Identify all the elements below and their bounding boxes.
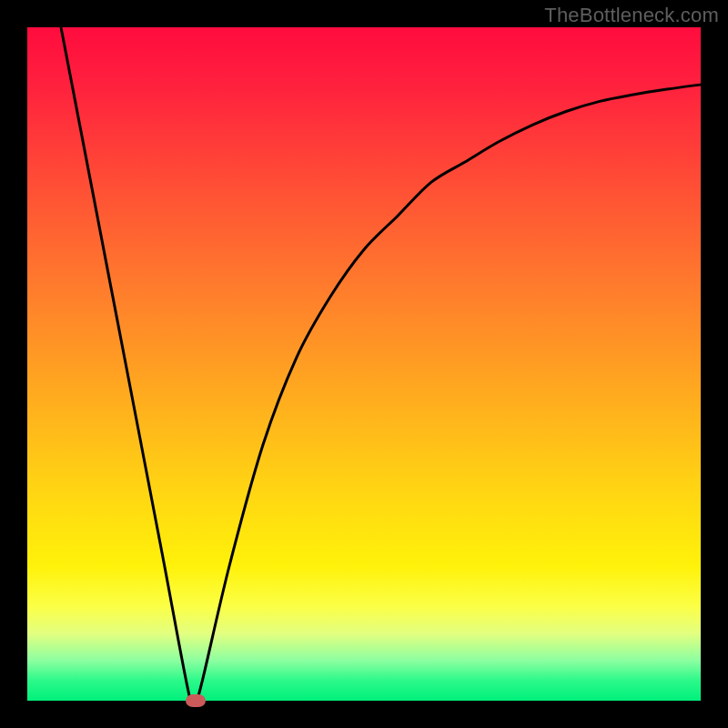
minimum-marker — [186, 694, 206, 707]
plot-area — [27, 27, 701, 701]
watermark-text: TheBottleneck.com — [544, 4, 719, 27]
curve-svg — [27, 27, 701, 701]
bottleneck-curve-path — [61, 27, 701, 701]
chart-frame: TheBottleneck.com — [0, 0, 728, 728]
